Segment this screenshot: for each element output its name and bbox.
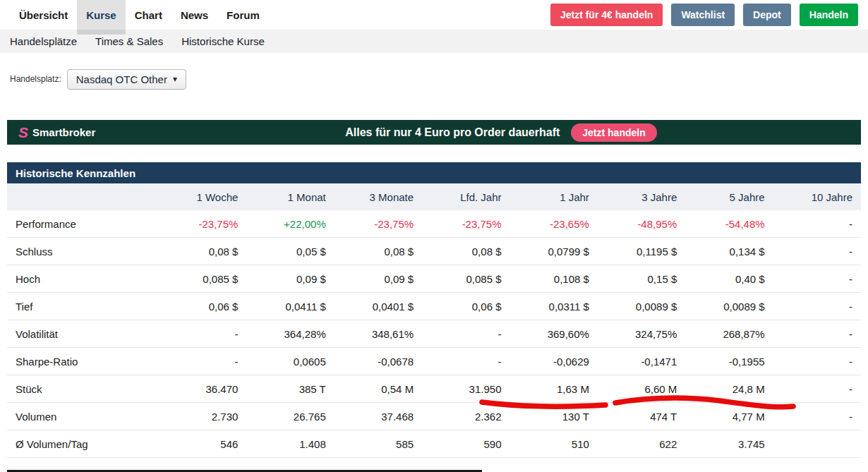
subnav-item-historische-kurse[interactable]: Historische Kurse [181, 35, 265, 47]
top-nav: ÜbersichtKurseChartNewsForum Jetzt für 4… [0, 0, 868, 30]
table-cell: 37.468 [334, 411, 422, 423]
table-header-row: 1 Woche1 Monat3 MonateLfd. Jahr1 Jahr3 J… [7, 183, 861, 210]
table-cell: - [159, 328, 246, 340]
smartbroker-s-icon: S [18, 125, 28, 140]
table-cell: 0,06 $ [422, 301, 510, 313]
table-cell: 3.745 [685, 438, 773, 450]
tab--bersicht[interactable]: Übersicht [10, 0, 77, 30]
column-header: 1 Woche [159, 191, 246, 203]
table-cell: - [773, 218, 861, 230]
table-cell: 0,15 $ [598, 273, 685, 285]
row-label: Sharpe-Ratio [7, 356, 159, 368]
table-cell: 4,77 M [685, 411, 773, 423]
row-label: Schluss [7, 246, 159, 258]
column-header: 5 Jahre [685, 191, 773, 203]
table-row: Volatilität-364,28%348,61%-369,60%324,75… [7, 320, 861, 348]
table-cell: -23,75% [422, 218, 510, 230]
banner-text: Alles für nur 4 Euro pro Order dauerhaft [345, 126, 560, 139]
banner-middle: Alles für nur 4 Euro pro Order dauerhaft… [152, 123, 850, 142]
table-cell: 0,09 $ [246, 273, 334, 285]
table-cell: 0,08 $ [422, 246, 510, 258]
cta-trade-button[interactable]: Jetzt für 4€ handeln [550, 4, 663, 26]
main-tabs: ÜbersichtKurseChartNewsForum [10, 0, 269, 30]
table-cell: - [159, 356, 246, 368]
table-cell: - [773, 246, 861, 258]
table-cell: 130 T [510, 411, 598, 423]
column-header: 3 Jahre [598, 191, 685, 203]
table-body: Performance-23,75%+22,00%-23,75%-23,75%-… [7, 210, 861, 458]
row-label: Hoch [7, 273, 159, 285]
watchlist-button[interactable]: Watchlist [671, 4, 735, 26]
table-cell: - [422, 328, 510, 340]
tab-chart[interactable]: Chart [126, 0, 171, 30]
table-cell: - [773, 301, 861, 313]
table-cell: 364,28% [246, 328, 334, 340]
table-cell: 2.730 [159, 411, 246, 423]
table-cell: 0,085 $ [159, 273, 246, 285]
smartbroker-brand-text: Smartbroker [32, 126, 95, 138]
table-cell: -23,65% [510, 218, 598, 230]
table-cell: 0,08 $ [334, 246, 422, 258]
table-cell: 348,61% [334, 328, 422, 340]
row-label: Volatilität [7, 328, 159, 340]
column-header: Lfd. Jahr [422, 191, 510, 203]
handelsplatz-row: Handelsplatz: Nasdaq OTC Other ▾ [10, 68, 868, 90]
table-cell: 585 [334, 438, 422, 450]
table-cell: 24,8 M [685, 383, 773, 395]
depot-button[interactable]: Depot [743, 4, 791, 26]
table-cell: - [773, 411, 861, 423]
table-cell: 1.408 [246, 438, 334, 450]
table-cell: 0,40 $ [685, 273, 773, 285]
row-label: Stück [7, 383, 159, 395]
table-cell: 0,05 $ [246, 246, 334, 258]
banner-cta-button[interactable]: Jetzt handeln [571, 123, 656, 142]
table-cell: -0,1955 [685, 356, 773, 368]
tab-kurse[interactable]: Kurse [77, 0, 126, 30]
table-cell: - [422, 356, 510, 368]
table-cell: -0,0629 [510, 356, 598, 368]
column-header: 3 Monate [334, 191, 422, 203]
column-header: 1 Jahr [510, 191, 598, 203]
handelsplatz-select[interactable]: Nasdaq OTC Other ▾ [67, 69, 186, 90]
row-label: Performance [7, 218, 159, 230]
table-cell: -23,75% [159, 218, 246, 230]
table-cell: -0,0678 [334, 356, 422, 368]
smartbroker-logo: S Smartbroker [18, 125, 152, 140]
handelsplatz-value: Nasdaq OTC Other [76, 73, 167, 85]
subnav-item-times-sales[interactable]: Times & Sales [95, 35, 163, 47]
table-cell: 36.470 [159, 383, 246, 395]
table-cell: 31.950 [422, 383, 510, 395]
tab-forum[interactable]: Forum [217, 0, 269, 30]
table-cell: 324,75% [598, 328, 685, 340]
table-cell: 0,1195 $ [598, 246, 685, 258]
table-row: Sharpe-Ratio-0,0605-0,0678--0,0629-0,147… [7, 348, 861, 375]
table-cell: 590 [422, 438, 510, 450]
table-cell: 0,06 $ [159, 301, 246, 313]
table-cell: - [773, 356, 861, 368]
table-cell: 26.765 [246, 411, 334, 423]
handeln-button[interactable]: Handeln [800, 4, 858, 26]
kennzahlen-table: Historische Kennzahlen 1 Woche1 Monat3 M… [7, 162, 861, 458]
table-cell: 1,63 M [510, 383, 598, 395]
table-cell: -48,95% [598, 218, 685, 230]
table-cell: 622 [598, 438, 685, 450]
table-cell: 0,085 $ [422, 273, 510, 285]
table-cell: 0,134 $ [685, 246, 773, 258]
table-row: Performance-23,75%+22,00%-23,75%-23,75%-… [7, 210, 861, 238]
table-cell: 546 [159, 438, 246, 450]
table-cell: 369,60% [510, 328, 598, 340]
table-cell: 0,0605 [246, 356, 334, 368]
table-cell: 6,60 M [598, 383, 685, 395]
table-row: Ø Volumen/Tag5461.4085855905106223.745 [7, 430, 861, 458]
table-cell: 0,0401 $ [334, 301, 422, 313]
row-label: Volumen [7, 411, 159, 423]
tab-news[interactable]: News [171, 0, 217, 30]
table-cell: 385 T [246, 383, 334, 395]
handelsplatz-label: Handelsplatz: [10, 74, 61, 84]
table-cell: -54,48% [685, 218, 773, 230]
row-label: Tief [7, 301, 159, 313]
subnav-item-handelspl-tze[interactable]: Handelsplätze [10, 35, 77, 47]
table-row: Hoch0,085 $0,09 $0,09 $0,085 $0,108 $0,1… [7, 265, 861, 293]
table-cell: 0,08 $ [159, 246, 246, 258]
table-cell: 0,108 $ [510, 273, 598, 285]
